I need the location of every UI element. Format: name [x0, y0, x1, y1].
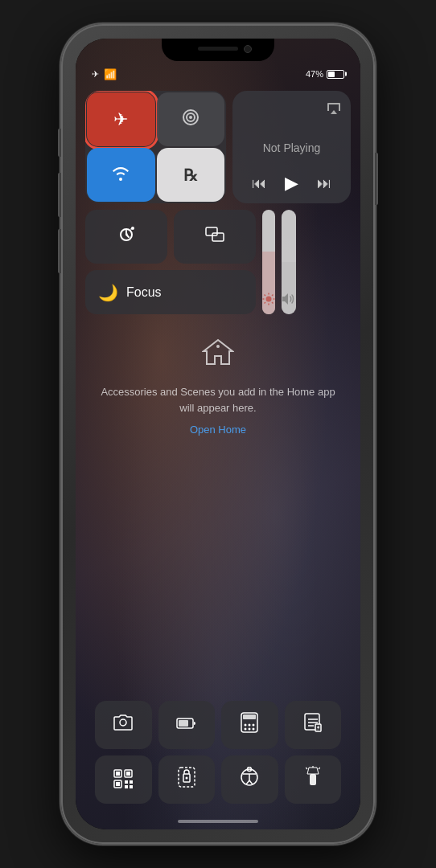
next-button[interactable]: ⏭ — [317, 175, 331, 192]
svg-rect-42 — [130, 780, 133, 784]
svg-point-22 — [245, 724, 247, 727]
camera-button[interactable] — [95, 701, 152, 749]
connectivity-grid: ✈ — [85, 91, 226, 203]
battery-fill — [328, 72, 335, 77]
svg-rect-21 — [243, 714, 256, 719]
bluetooth-button[interactable]: ℞ — [157, 148, 225, 202]
svg-rect-40 — [116, 782, 120, 786]
orientation-lock-icon — [117, 226, 135, 248]
status-bar: ✈ 📶 47% — [76, 63, 360, 85]
airplane-mode-icon: ✈ — [92, 69, 99, 80]
home-app-icon — [93, 337, 343, 375]
svg-rect-44 — [130, 785, 133, 788]
bottom-icons — [95, 701, 341, 810]
brightness-slider[interactable] — [262, 210, 275, 314]
bluetooth-icon: ℞ — [183, 166, 198, 185]
svg-line-57 — [319, 768, 320, 769]
now-playing-title: Not Playing — [242, 141, 341, 154]
home-indicator[interactable] — [178, 820, 258, 823]
svg-point-7 — [266, 297, 272, 302]
cellular-icon — [182, 108, 199, 130]
svg-point-4 — [131, 227, 134, 230]
bottom-row-1 — [95, 701, 341, 749]
screen-mirror-icon — [205, 227, 224, 247]
media-controls: ⏮ ▶ ⏭ — [242, 173, 341, 194]
svg-rect-54 — [310, 774, 316, 785]
svg-point-23 — [249, 724, 251, 727]
airplay-icon[interactable] — [327, 100, 341, 119]
svg-point-25 — [245, 728, 247, 731]
play-button[interactable]: ▶ — [285, 173, 298, 194]
battery-status-button[interactable] — [158, 701, 216, 749]
status-right: 47% — [306, 69, 344, 79]
svg-rect-38 — [126, 772, 130, 776]
battery-icon — [327, 70, 344, 79]
screen-lock-icon — [178, 767, 195, 792]
camera — [244, 45, 252, 53]
orientation-lock-button[interactable] — [85, 210, 167, 264]
svg-point-16 — [216, 345, 220, 348]
power-button[interactable] — [375, 153, 378, 205]
svg-point-2 — [189, 116, 192, 119]
notch — [162, 39, 274, 61]
svg-line-12 — [265, 295, 266, 297]
svg-line-14 — [272, 295, 274, 297]
speaker — [198, 47, 238, 51]
control-center: ✈ — [85, 91, 351, 820]
bottom-row-2 — [95, 755, 341, 804]
home-section: Accessories and Scenes you add in the Ho… — [85, 321, 351, 452]
status-left: ✈ 📶 — [92, 68, 117, 80]
svg-point-24 — [253, 724, 255, 727]
wifi-icon — [111, 165, 130, 186]
wifi-status-icon: 📶 — [104, 68, 117, 80]
svg-rect-43 — [125, 785, 128, 788]
svg-rect-36 — [116, 772, 120, 776]
svg-rect-41 — [125, 780, 128, 784]
volume-down-button[interactable] — [58, 229, 61, 273]
focus-button[interactable]: 🌙 Focus — [85, 270, 256, 314]
sliders — [262, 210, 351, 314]
svg-rect-6 — [212, 233, 224, 241]
accessibility-button[interactable] — [221, 755, 278, 804]
svg-rect-19 — [179, 720, 188, 727]
accessibility-icon — [240, 767, 259, 792]
volume-up-button[interactable] — [58, 173, 61, 217]
camera-icon — [113, 714, 134, 736]
previous-button[interactable]: ⏮ — [252, 175, 266, 192]
cellular-button[interactable] — [157, 92, 225, 146]
battery-percent: 47% — [306, 69, 323, 79]
media-player[interactable]: Not Playing ⏮ ▶ ⏭ — [232, 91, 351, 203]
svg-line-53 — [249, 780, 253, 784]
screen-mirror-button[interactable] — [174, 210, 256, 264]
svg-point-26 — [249, 728, 251, 731]
volume-slider[interactable] — [282, 210, 296, 314]
media-top — [242, 100, 341, 119]
svg-line-15 — [265, 302, 266, 304]
wifi-button[interactable] — [87, 148, 155, 202]
flashlight-button[interactable] — [285, 755, 342, 804]
calculator-button[interactable] — [221, 701, 278, 749]
phone-screen: ✈ 📶 47% — [76, 39, 360, 829]
svg-line-55 — [306, 768, 307, 769]
silent-switch[interactable] — [58, 129, 61, 157]
battery-status-icon — [176, 714, 197, 735]
airplane-mode-button[interactable]: ✈ — [87, 92, 155, 146]
svg-point-27 — [253, 728, 255, 731]
notes-icon — [304, 713, 322, 737]
svg-line-52 — [246, 780, 249, 784]
flashlight-icon — [306, 766, 320, 793]
screen-lock-button[interactable] — [158, 755, 216, 804]
open-home-link[interactable]: Open Home — [190, 424, 246, 436]
qr-icon — [113, 768, 134, 792]
notes-button[interactable] — [285, 701, 342, 749]
red-ring-indicator — [85, 91, 158, 149]
svg-point-17 — [120, 719, 126, 726]
qr-scanner-button[interactable] — [95, 755, 152, 804]
svg-line-13 — [272, 302, 274, 304]
calculator-icon — [241, 712, 258, 738]
top-widgets-row: ✈ — [85, 91, 351, 203]
svg-point-47 — [185, 777, 187, 780]
volume-icon — [282, 293, 296, 308]
screen-background: ✈ 📶 47% — [76, 39, 360, 829]
home-description: Accessories and Scenes you add in the Ho… — [93, 384, 343, 416]
